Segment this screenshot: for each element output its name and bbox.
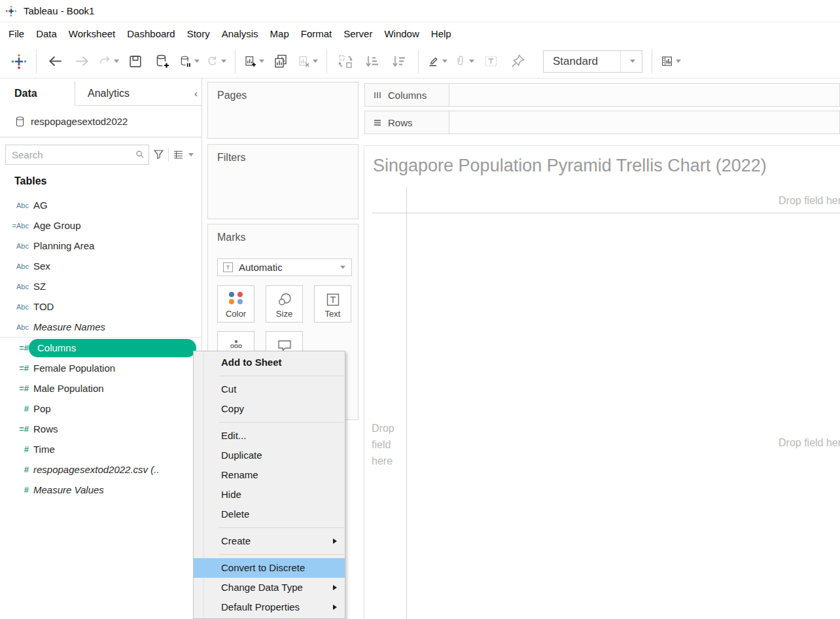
clear-sheet-button[interactable] xyxy=(297,51,318,72)
menu-item-duplicate[interactable]: Duplicate xyxy=(194,446,345,465)
mark-type-value: Automatic xyxy=(239,262,338,273)
field-planning-area[interactable]: Abc Planning Area xyxy=(0,236,201,256)
field-sex[interactable]: Abc Sex xyxy=(0,256,201,276)
tab-analytics[interactable]: Analytics xyxy=(76,81,190,106)
rows-shelf-drop-area[interactable] xyxy=(449,111,840,134)
menu-format[interactable]: Format xyxy=(295,28,338,39)
swap-rows-and-columns-button[interactable] xyxy=(335,51,356,72)
field-time[interactable]: # Time xyxy=(0,439,201,459)
sheet-title[interactable]: Singapore Population Pyramid Trellis Cha… xyxy=(373,156,767,176)
color-button[interactable]: Color xyxy=(217,285,254,323)
menu-separator xyxy=(219,527,344,528)
filters-label: Filters xyxy=(208,145,358,164)
field-female-population[interactable]: =# Female Population xyxy=(0,358,201,378)
save-button[interactable] xyxy=(125,51,146,72)
abc-icon: Abc xyxy=(9,283,29,291)
menu-analysis[interactable]: Analysis xyxy=(216,28,264,39)
field-age-group[interactable]: =Abc Age Group xyxy=(0,215,201,236)
menu-data[interactable]: Data xyxy=(30,28,63,39)
field-measure-values[interactable]: # Measure Values xyxy=(0,480,201,500)
undo-button[interactable] xyxy=(44,51,65,72)
menu-file[interactable]: File xyxy=(3,28,30,39)
menu-item-edit[interactable]: Edit... xyxy=(194,426,345,446)
data-pane: Data Analytics respopagesextod2022 xyxy=(0,79,202,619)
axis-line-vertical xyxy=(406,187,407,619)
menu-bar: File Data Worksheet Dashboard Story Anal… xyxy=(0,22,457,44)
toolbar-separator xyxy=(36,50,37,73)
new-worksheet-button[interactable] xyxy=(243,51,264,72)
filter-funnel-icon[interactable] xyxy=(153,149,164,160)
tableau-logo-icon[interactable] xyxy=(10,53,27,70)
number-icon: # xyxy=(9,404,29,414)
number-icon: # xyxy=(9,465,29,474)
highlight-button[interactable] xyxy=(427,51,447,72)
new-data-source-button[interactable] xyxy=(152,51,173,72)
field-pop[interactable]: # Pop xyxy=(0,398,201,419)
replay-button[interactable] xyxy=(98,51,119,72)
field-ag[interactable]: Abc AG xyxy=(0,195,201,215)
search-input[interactable] xyxy=(5,145,149,165)
tableau-window: Tableau - Book1 File Data Worksheet Dash… xyxy=(0,0,840,619)
menu-item-rename[interactable]: Rename xyxy=(194,465,345,485)
field-columns-selected[interactable]: =# Columns xyxy=(0,338,201,358)
tab-data[interactable]: Data xyxy=(0,81,75,106)
fix-axes-button[interactable] xyxy=(507,51,528,72)
fit-selector-dropdown-icon[interactable] xyxy=(620,51,642,72)
columns-shelf-label: Columns xyxy=(364,83,449,107)
menu-item-change-data-type[interactable]: Change Data Type xyxy=(194,578,345,597)
menu-worksheet[interactable]: Worksheet xyxy=(63,28,121,39)
drop-field-hint-left: Drop field here xyxy=(372,420,404,469)
duplicate-sheet-button[interactable] xyxy=(270,51,291,72)
toolbar-separator xyxy=(652,50,652,73)
field-sz[interactable]: Abc SZ xyxy=(0,276,201,296)
calculated-abc-icon: =Abc xyxy=(9,222,29,230)
menu-item-cut[interactable]: Cut xyxy=(194,380,345,399)
menu-item-add-to-sheet[interactable]: Add to Sheet xyxy=(194,353,345,372)
fit-selector[interactable]: Standard xyxy=(543,50,642,73)
show-me-button[interactable] xyxy=(660,51,681,72)
field-tod[interactable]: Abc TOD xyxy=(0,296,201,317)
field-rows[interactable]: =# Rows xyxy=(0,419,201,439)
group-dropdown-icon xyxy=(469,60,474,63)
toolbar-separator xyxy=(418,50,419,73)
field-csv-count[interactable]: # respopagesextod2022.csv (.. xyxy=(0,459,201,480)
menu-item-create[interactable]: Create xyxy=(194,531,345,551)
size-button[interactable]: Size xyxy=(266,285,303,323)
filters-card[interactable]: Filters xyxy=(207,144,359,219)
redo-button[interactable] xyxy=(71,51,92,72)
group-members-button[interactable] xyxy=(453,51,474,72)
field-measure-names[interactable]: Abc Measure Names xyxy=(0,317,201,337)
view-data-grid-icon[interactable] xyxy=(173,149,184,160)
mark-type-dropdown[interactable]: T Automatic xyxy=(217,258,352,276)
automatic-mark-icon: T xyxy=(223,262,233,272)
columns-shelf-drop-area[interactable] xyxy=(449,83,840,107)
menu-dashboard[interactable]: Dashboard xyxy=(121,28,181,39)
data-source-name: respopagesextod2022 xyxy=(31,116,128,127)
menu-item-copy[interactable]: Copy xyxy=(194,399,345,419)
menu-server[interactable]: Server xyxy=(338,28,378,39)
menu-map[interactable]: Map xyxy=(264,28,295,39)
menu-story[interactable]: Story xyxy=(181,28,216,39)
menu-item-default-properties[interactable]: Default Properties xyxy=(194,597,345,617)
data-source-item[interactable]: respopagesextod2022 xyxy=(0,106,201,137)
pages-card[interactable]: Pages xyxy=(207,82,359,139)
view-data-grid-dropdown-icon[interactable] xyxy=(188,153,194,156)
menu-help[interactable]: Help xyxy=(425,28,457,39)
drop-field-hint-top: Drop field here xyxy=(779,195,840,207)
sort-ascending-button[interactable] xyxy=(362,51,383,72)
highlight-dropdown-icon xyxy=(442,60,447,63)
pause-auto-updates-button[interactable] xyxy=(179,51,200,72)
menu-item-delete[interactable]: Delete xyxy=(194,504,345,524)
collapse-pane-icon[interactable] xyxy=(190,81,201,106)
menu-window[interactable]: Window xyxy=(378,28,425,39)
text-button[interactable]: Text xyxy=(314,285,351,323)
menu-item-hide[interactable]: Hide xyxy=(194,485,345,504)
show-mark-labels-button[interactable] xyxy=(480,51,501,72)
abc-icon: Abc xyxy=(9,242,29,250)
toolbar-separator xyxy=(235,50,236,73)
size-circles-icon xyxy=(276,292,293,308)
sort-descending-button[interactable] xyxy=(389,51,410,72)
run-update-button[interactable] xyxy=(205,51,226,72)
menu-item-convert-to-discrete[interactable]: Convert to Discrete xyxy=(194,558,345,578)
field-male-population[interactable]: =# Male Population xyxy=(0,378,201,398)
